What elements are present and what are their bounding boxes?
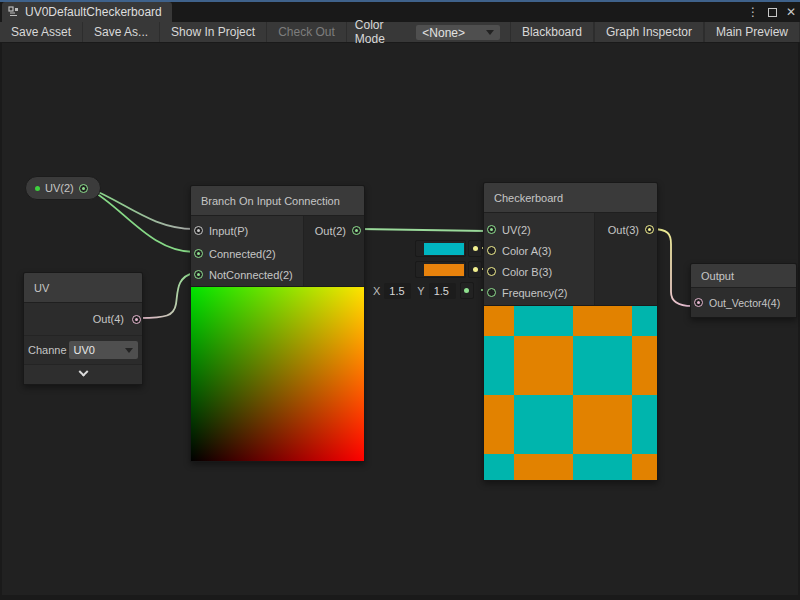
node-title: Branch On Input Connection (191, 186, 364, 216)
check-out-button: Check Out (267, 22, 347, 42)
frequency-y-input[interactable]: 1.5 (429, 283, 456, 299)
port-notconnected[interactable] (194, 270, 203, 279)
port-label: Input(P) (209, 225, 248, 237)
node-title: Output (691, 264, 796, 288)
port-checker-uv[interactable] (487, 225, 496, 234)
port-connected[interactable] (194, 249, 203, 258)
port-out-vector4[interactable] (694, 298, 703, 307)
chevron-down-icon (78, 367, 88, 377)
menu-icon[interactable]: ⋮ (747, 6, 759, 18)
x-label: X (369, 285, 384, 297)
tab-uv0defaultcheckerboard[interactable]: UV0DefaultCheckerboard (2, 2, 172, 22)
window-controls: ⋮ ✕ (747, 2, 796, 22)
color-a-swatch[interactable] (415, 240, 466, 257)
port-label: Color B(3) (502, 266, 552, 278)
color-mode-dropdown[interactable]: <None> (416, 25, 500, 40)
frequency-widget: X 1.5 Y 1.5 (369, 282, 474, 299)
maximize-icon[interactable] (768, 8, 777, 17)
node-checkerboard[interactable]: Checkerboard UV(2) Color A(3) Color B(3)… (483, 182, 658, 481)
port-label: Frequency(2) (502, 287, 567, 299)
uv-gradient-preview (191, 286, 364, 461)
port-label: Out_Vector4(4) (709, 297, 780, 309)
save-as-button[interactable]: Save As... (83, 22, 160, 42)
connector-dot (464, 288, 469, 293)
blackboard-toggle[interactable]: Blackboard (510, 22, 594, 42)
port-label: NotConnected(2) (209, 269, 293, 281)
color-mode-value: <None> (422, 26, 465, 40)
show-in-project-button[interactable]: Show In Project (160, 22, 267, 42)
checkerboard-preview (484, 305, 657, 480)
uv-out-label: Out(4) (93, 313, 124, 325)
node-uv2-pill[interactable]: UV(2) (25, 176, 101, 200)
port-frequency[interactable] (487, 288, 496, 297)
port-input-p[interactable] (194, 226, 203, 235)
color-b-widget (415, 261, 482, 278)
chevron-down-icon (125, 348, 133, 353)
color-mode-label: Color Mode (347, 22, 416, 42)
node-branch-on-input-connection[interactable]: Branch On Input Connection Input(P) Conn… (190, 185, 365, 462)
color-b-swatch[interactable] (415, 261, 466, 278)
channel-value: UV0 (74, 344, 95, 356)
close-icon[interactable]: ✕ (786, 6, 796, 18)
channel-dropdown[interactable]: UV0 (69, 341, 138, 359)
shader-graph-icon (8, 6, 20, 18)
y-label: Y (413, 285, 428, 297)
port-label: Out(3) (608, 224, 639, 236)
chevron-down-icon (486, 30, 494, 35)
port-label: Out(2) (315, 225, 346, 237)
port-uv-out4[interactable] (132, 315, 141, 324)
port-label: Connected(2) (209, 248, 276, 260)
channel-label: Channe (28, 344, 67, 356)
connector-dot (473, 267, 478, 272)
connector-dot (473, 246, 478, 251)
port-color-a[interactable] (487, 246, 496, 255)
node-uv[interactable]: UV Out(4) Channe UV0 (23, 272, 143, 385)
port-color-b[interactable] (487, 267, 496, 276)
collapse-expander[interactable] (24, 365, 142, 384)
save-asset-button[interactable]: Save Asset (0, 22, 83, 42)
node-output[interactable]: Output Out_Vector4(4) (690, 263, 797, 318)
color-a-widget (415, 240, 482, 257)
port-uv2-out[interactable] (79, 184, 88, 193)
main-preview-toggle[interactable]: Main Preview (704, 22, 800, 42)
node-title: Checkerboard (484, 183, 657, 213)
frequency-x-input[interactable]: 1.5 (384, 283, 411, 299)
preview-state-dot (35, 186, 40, 191)
port-branch-out[interactable] (352, 226, 361, 235)
pill-label: UV(2) (45, 182, 74, 194)
port-label: UV(2) (502, 224, 531, 236)
node-title: UV (24, 273, 142, 303)
graph-toolbar: Save Asset Save As... Show In Project Ch… (0, 22, 800, 43)
tab-title: UV0DefaultCheckerboard (25, 5, 162, 19)
port-label: Color A(3) (502, 245, 552, 257)
port-checker-out[interactable] (645, 225, 654, 234)
shader-graph-window: UV0DefaultCheckerboard ⋮ ✕ Save Asset Sa… (0, 0, 800, 600)
graph-inspector-toggle[interactable]: Graph Inspector (594, 22, 704, 42)
